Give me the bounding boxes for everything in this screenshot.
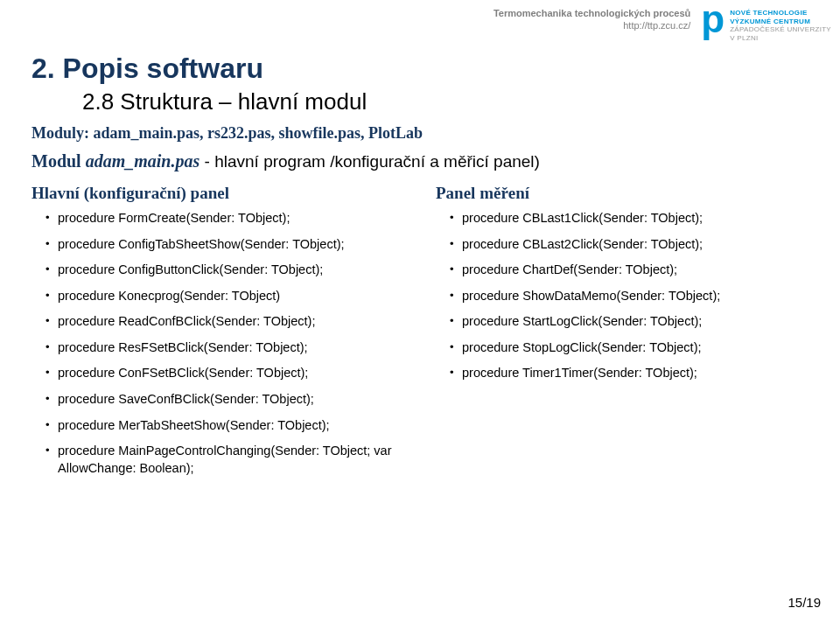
left-list: procedure FormCreate(Sender: TObject); p… (32, 210, 410, 477)
list-item: procedure ConfigTabSheetShow(Sender: TOb… (46, 236, 410, 254)
list-item: procedure Timer1Timer(Sender: TObject); (450, 365, 814, 382)
right-column-title: Panel měření (436, 184, 814, 203)
header-line2: http://ttp.zcu.cz/ (494, 19, 690, 31)
module-name: adam_main.pas (86, 151, 200, 171)
list-item: procedure Konecprog(Sender: TObject) (46, 288, 410, 305)
logo-text: NOVÉ TECHNOLOGIE VÝZKUMNÉ CENTRUM ZÁPADO… (730, 7, 831, 42)
list-item: procedure ShowDataMemo(Sender: TObject); (450, 288, 814, 305)
columns: Hlavní (konfigurační) panel procedure Fo… (32, 184, 814, 486)
page-subtitle: 2.8 Struktura – hlavní modul (82, 88, 814, 115)
list-item: procedure ConFSetBClick(Sender: TObject)… (46, 365, 410, 382)
logo-block: p NOVÉ TECHNOLOGIE VÝZKUMNÉ CENTRUM ZÁPA… (701, 7, 831, 42)
module-heading: Modul adam_main.pas - hlavní program /ko… (32, 151, 814, 171)
main-content: 2. Popis softwaru 2.8 Struktura – hlavní… (0, 0, 840, 486)
list-item: procedure FormCreate(Sender: TObject); (46, 210, 410, 227)
module-prefix: Modul (32, 151, 86, 171)
list-item: procedure StartLogClick(Sender: TObject)… (450, 313, 814, 331)
page-header: Termomechanika technologických procesů h… (494, 7, 831, 42)
list-item: procedure MerTabSheetShow(Sender: TObjec… (46, 417, 410, 435)
header-text-block: Termomechanika technologických procesů h… (494, 7, 690, 32)
list-item: procedure MainPageControlChanging(Sender… (46, 443, 410, 477)
list-item: procedure SaveConfBClick(Sender: TObject… (46, 391, 410, 409)
left-column: Hlavní (konfigurační) panel procedure Fo… (32, 184, 410, 486)
module-tail: - hlavní program /konfigurační a měřicí … (200, 152, 540, 171)
list-item: procedure ResFSetBClick(Sender: TObject)… (46, 339, 410, 357)
logo-line-1: NOVÉ TECHNOLOGIE (730, 9, 831, 17)
left-column-title: Hlavní (konfigurační) panel (32, 184, 410, 203)
list-item: procedure ChartDef(Sender: TObject); (450, 262, 814, 279)
modules-line: Moduly: adam_main.pas, rs232.pas, showfi… (32, 124, 814, 143)
right-column: Panel měření procedure CBLast1Click(Send… (436, 184, 814, 486)
logo-letter-icon: p (701, 3, 724, 34)
header-line1: Termomechanika technologických procesů (494, 7, 690, 19)
page-number: 15/19 (788, 595, 821, 610)
right-list: procedure CBLast1Click(Sender: TObject);… (436, 210, 814, 382)
list-item: procedure ReadConfBClick(Sender: TObject… (46, 313, 410, 331)
logo-line-2: VÝZKUMNÉ CENTRUM (730, 17, 831, 26)
logo-line-4: V PLZNI (730, 34, 831, 43)
list-item: procedure ConfigButtonClick(Sender: TObj… (46, 262, 410, 279)
page-title: 2. Popis softwaru (32, 52, 814, 85)
list-item: procedure CBLast2Click(Sender: TObject); (450, 236, 814, 254)
list-item: procedure StopLogClick(Sender: TObject); (450, 339, 814, 357)
list-item: procedure CBLast1Click(Sender: TObject); (450, 210, 814, 227)
logo-line-3: ZÁPADOČESKÉ UNIVERZITY (730, 25, 831, 34)
